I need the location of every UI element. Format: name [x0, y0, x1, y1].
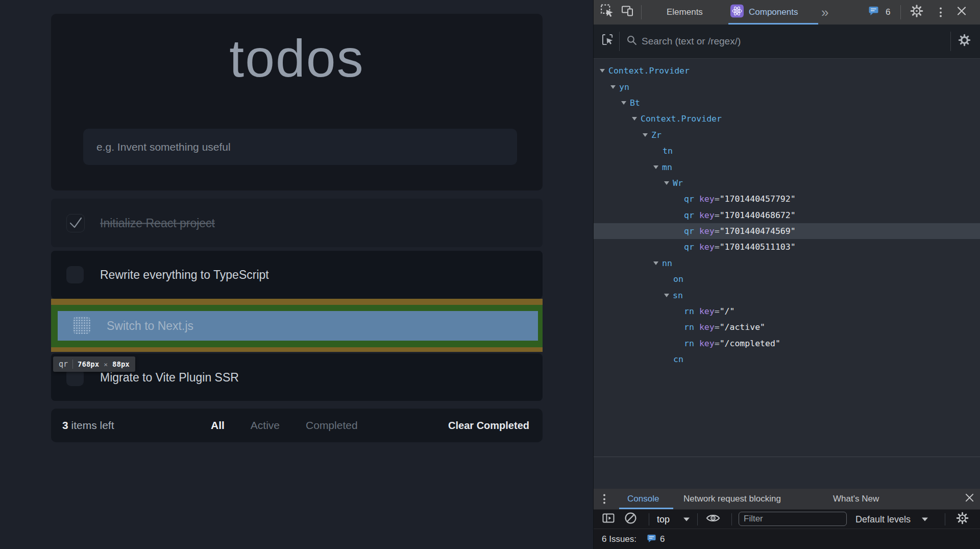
expander-triangle-icon[interactable]	[610, 85, 616, 89]
inspected-width: 768px	[78, 360, 99, 368]
component-key-name: key	[699, 226, 715, 236]
issues-bubble-icon[interactable]	[868, 6, 879, 18]
components-settings-gear-icon[interactable]	[958, 34, 971, 49]
todo-label: Rewrite everything to TypeScript	[100, 268, 269, 282]
tree-row[interactable]: Bt	[594, 95, 980, 111]
tree-row[interactable]: rnkey="/"	[594, 303, 980, 319]
inspect-content-overlay: Switch to Next.js	[58, 311, 538, 341]
expander-triangle-icon[interactable]	[632, 117, 637, 121]
todo-label: Initialize React project	[100, 216, 215, 230]
component-key-name: key	[699, 242, 715, 252]
expander-triangle-icon[interactable]	[664, 181, 669, 185]
components-search-bar: Search (text or /regex/)	[594, 25, 980, 59]
component-name: on	[673, 274, 683, 284]
tab-whats-new[interactable]: What's New	[833, 494, 879, 504]
settings-gear-icon[interactable]	[910, 5, 923, 20]
inspected-tag-name: qr	[59, 360, 68, 369]
inspect-element-icon[interactable]	[600, 4, 615, 21]
tab-network-request-blocking[interactable]: Network request blocking	[683, 494, 781, 504]
tree-row[interactable]: Context.Provider	[594, 111, 980, 127]
issues-count: 6	[660, 534, 665, 544]
todo-item-inspected[interactable]: Switch to Next.js	[51, 299, 543, 352]
equals-glyph: =	[715, 306, 720, 316]
expander-triangle-icon[interactable]	[653, 165, 658, 169]
expander-triangle-icon[interactable]	[653, 261, 658, 265]
issues-bubble-icon[interactable]	[647, 534, 656, 545]
tree-row[interactable]: yn	[594, 79, 980, 94]
separator	[619, 32, 620, 51]
new-todo-input[interactable]	[83, 129, 517, 165]
filter-active[interactable]: Active	[251, 419, 280, 432]
components-search-input[interactable]: Search (text or /regex/)	[642, 36, 741, 47]
tree-row[interactable]: tn	[594, 143, 980, 159]
tree-row[interactable]: qrkey="1701440468672"	[594, 207, 980, 223]
kebab-menu-icon[interactable]	[940, 8, 942, 17]
more-tabs-chevron-icon[interactable]: »	[821, 6, 828, 19]
props-pane-empty	[594, 457, 980, 489]
component-name: qr	[684, 210, 694, 220]
todo-item[interactable]: Rewrite everything to TypeScript	[51, 251, 543, 299]
search-icon	[626, 35, 637, 48]
console-settings-gear-icon[interactable]	[956, 512, 969, 527]
todo-header-card: todos	[51, 14, 543, 190]
component-name: rn	[684, 322, 694, 332]
tree-row[interactable]: nn	[594, 255, 980, 271]
tree-row[interactable]: qrkey="1701440511103"	[594, 239, 980, 255]
select-component-icon[interactable]	[602, 34, 615, 49]
todo-app: todos Initialize React project Rewrite e…	[0, 0, 593, 549]
tree-row[interactable]: cn	[594, 351, 980, 367]
tree-row[interactable]: sn	[594, 287, 980, 303]
check-icon	[68, 217, 83, 230]
component-name: cn	[673, 354, 683, 364]
tree-row[interactable]: mn	[594, 159, 980, 175]
tree-row[interactable]: on	[594, 271, 980, 287]
expander-triangle-icon[interactable]	[600, 69, 605, 73]
tooltip-separator	[72, 360, 73, 369]
clear-completed-button[interactable]: Clear Completed	[448, 420, 529, 432]
expander-triangle-icon[interactable]	[664, 294, 669, 297]
tree-row[interactable]: Zr	[594, 127, 980, 143]
issues-summary-label: 6 Issues:	[602, 534, 636, 544]
tab-console[interactable]: Console	[627, 494, 659, 504]
equals-glyph: =	[715, 339, 720, 348]
component-key-name: key	[699, 210, 715, 220]
component-name: tn	[663, 146, 673, 156]
console-toolbar: top Default levels	[594, 510, 980, 529]
todo-checkbox-checked[interactable]	[66, 214, 85, 232]
component-key-value: "1701440511103"	[720, 242, 796, 252]
todo-item-completed[interactable]: Initialize React project	[51, 199, 543, 247]
todo-checkbox[interactable]	[66, 266, 84, 283]
tree-row[interactable]: qrkey="1701440457792"	[594, 191, 980, 207]
tree-row[interactable]: rnkey="/completed"	[594, 336, 980, 351]
log-levels-selector[interactable]: Default levels	[855, 514, 911, 524]
component-name: qr	[684, 226, 694, 236]
close-devtools-icon[interactable]	[957, 7, 966, 18]
context-selector[interactable]: top	[657, 514, 670, 524]
expander-triangle-icon[interactable]	[643, 133, 648, 137]
chevron-down-icon[interactable]	[683, 517, 690, 521]
console-sidebar-icon[interactable]	[602, 513, 615, 526]
tree-row[interactable]: rnkey="/active"	[594, 319, 980, 335]
expander-triangle-icon[interactable]	[621, 101, 626, 105]
console-filter-input[interactable]	[739, 512, 847, 526]
device-toolbar-icon[interactable]	[621, 5, 634, 20]
inspect-margin-overlay	[51, 299, 543, 305]
live-expression-eye-icon[interactable]	[706, 513, 720, 526]
drawer-kebab-menu-icon[interactable]	[603, 494, 605, 504]
filter-completed[interactable]: Completed	[306, 419, 358, 432]
todo-checkbox[interactable]	[73, 317, 90, 334]
filter-all[interactable]: All	[211, 419, 225, 432]
tree-row-selected[interactable]: qrkey="1701440474569"	[594, 223, 980, 239]
separator	[900, 5, 901, 19]
component-key-value: "1701440468672"	[720, 210, 796, 220]
tab-components[interactable]: Components	[749, 7, 798, 17]
component-name: nn	[662, 258, 672, 268]
component-key-value: "/"	[720, 306, 735, 316]
tab-elements[interactable]: Elements	[667, 7, 703, 17]
clear-console-icon[interactable]	[624, 512, 637, 527]
tree-row[interactable]: Wr	[594, 175, 980, 191]
items-left-label: items left	[68, 419, 114, 431]
close-drawer-icon[interactable]	[965, 493, 974, 505]
chevron-down-icon[interactable]	[922, 517, 928, 521]
tree-row[interactable]: Context.Provider	[594, 63, 980, 79]
